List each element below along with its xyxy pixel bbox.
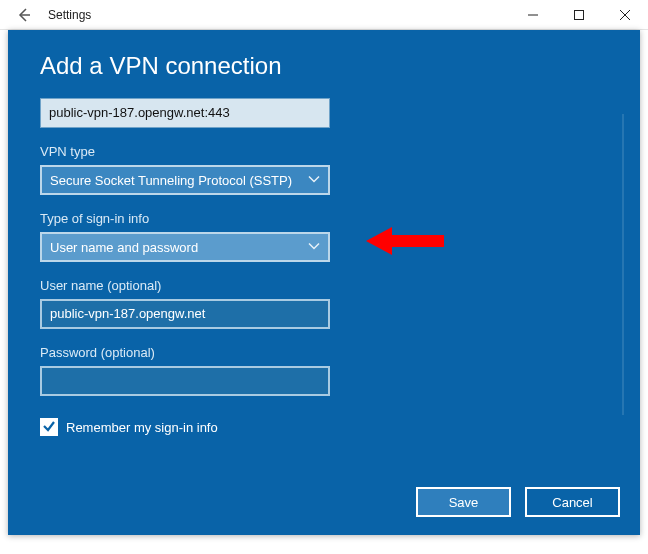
remember-checkbox[interactable] [40,418,58,436]
titlebar: Settings [0,0,648,30]
signin-type-dropdown[interactable]: User name and password [40,232,330,262]
minimize-button[interactable] [510,0,556,30]
panel-heading: Add a VPN connection [40,52,612,80]
scrollbar[interactable] [622,114,624,415]
username-input[interactable]: public-vpn-187.opengw.net [40,299,330,329]
maximize-icon [574,10,584,20]
vpn-type-label: VPN type [40,144,612,159]
window-title: Settings [48,8,91,22]
chevron-down-icon [308,175,320,186]
cancel-button[interactable]: Cancel [525,487,620,517]
password-input[interactable] [40,366,330,396]
signin-type-value: User name and password [50,240,198,255]
minimize-icon [528,10,538,20]
close-icon [620,10,630,20]
window-controls [510,0,648,30]
add-vpn-panel: Add a VPN connection public-vpn-187.open… [8,30,640,535]
signin-type-label: Type of sign-in info [40,211,612,226]
remember-row: Remember my sign-in info [40,418,612,436]
vpn-type-dropdown[interactable]: Secure Socket Tunneling Protocol (SSTP) [40,165,330,195]
vpn-type-field: VPN type Secure Socket Tunneling Protoco… [40,144,612,195]
vpn-type-value: Secure Socket Tunneling Protocol (SSTP) [50,173,292,188]
server-name-input[interactable]: public-vpn-187.opengw.net:443 [40,98,330,128]
signin-type-field: Type of sign-in info User name and passw… [40,211,612,262]
back-arrow-icon [16,7,32,23]
username-label: User name (optional) [40,278,612,293]
password-field: Password (optional) [40,345,612,396]
svg-rect-2 [575,10,584,19]
remember-label: Remember my sign-in info [66,420,218,435]
maximize-button[interactable] [556,0,602,30]
password-label: Password (optional) [40,345,612,360]
cancel-label: Cancel [552,495,592,510]
username-field: User name (optional) public-vpn-187.open… [40,278,612,329]
save-button[interactable]: Save [416,487,511,517]
back-button[interactable] [0,0,48,30]
chevron-down-icon [308,242,320,253]
server-name-field: public-vpn-187.opengw.net:443 [40,98,612,128]
dialog-buttons: Save Cancel [416,487,620,517]
close-button[interactable] [602,0,648,30]
check-icon [42,419,56,435]
save-label: Save [449,495,479,510]
